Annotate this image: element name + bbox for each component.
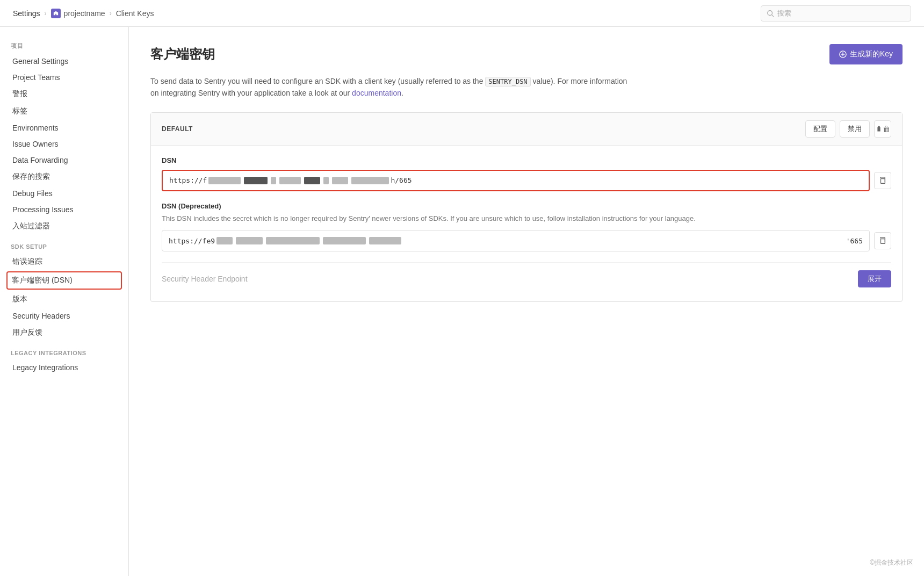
sidebar-item-inbound-filters[interactable]: 入站过滤器 xyxy=(0,218,128,235)
configure-button[interactable]: 配置 xyxy=(805,120,835,138)
dsn-deprecated-field-wrapper: https://fe9 '665 xyxy=(162,230,891,251)
disable-button[interactable]: 禁用 xyxy=(840,120,870,138)
top-nav: Settings › projectname › Client Keys 搜索 xyxy=(0,0,924,27)
copy-dep-icon xyxy=(879,237,886,244)
dsn-redacted-3 xyxy=(271,177,276,184)
copy-icon xyxy=(879,177,886,184)
page-title: 客户端密钥 xyxy=(150,46,215,63)
description-text: To send data to Sentry you will need to … xyxy=(150,75,634,99)
key-card: DEFAULT 配置 禁用 🗑 DSN https://f xyxy=(150,112,903,303)
sidebar-section-project-title: 项目 xyxy=(0,38,128,53)
sep1: › xyxy=(45,10,47,17)
sidebar-item-processing-issues[interactable]: Processing Issues xyxy=(0,201,128,218)
plus-icon xyxy=(839,51,847,58)
dsn-input-highlighted[interactable]: https://f h/665 xyxy=(162,170,870,191)
sidebar-item-legacy-integrations[interactable]: Legacy Integrations xyxy=(0,359,128,376)
project-icon: projectname xyxy=(51,9,105,18)
dsn-dep-r5 xyxy=(369,237,401,244)
dsn-dep-suffix: '665 xyxy=(846,237,863,245)
sidebar: 项目 General Settings Project Teams 警报 标签 … xyxy=(0,27,129,576)
desc-part1: To send data to Sentry you will need to … xyxy=(150,77,485,85)
page-name: Client Keys xyxy=(116,9,154,18)
dsn-redacted-2 xyxy=(244,177,268,184)
search-box[interactable]: 搜索 xyxy=(761,5,911,21)
security-header-label: Security Header Endpoint xyxy=(162,275,858,283)
desc-code: SENTRY_DSN xyxy=(485,77,530,87)
settings-link[interactable]: Settings xyxy=(13,9,40,18)
dsn-label: DSN xyxy=(162,156,891,164)
dsn-dep-prefix: https://fe9 xyxy=(169,237,215,245)
sidebar-item-data-forwarding[interactable]: Data Forwarding xyxy=(0,152,128,168)
desc-end: . xyxy=(401,89,403,97)
sidebar-item-security-headers[interactable]: Security Headers xyxy=(0,308,128,324)
security-header-row: Security Header Endpoint 展开 xyxy=(162,262,891,291)
sidebar-section-sdk-title: SDK SETUP xyxy=(0,235,128,253)
page-header: 客户端密钥 生成新的Key xyxy=(150,44,903,64)
sidebar-item-issue-owners[interactable]: Issue Owners xyxy=(0,136,128,152)
sidebar-item-error-tracking[interactable]: 错误追踪 xyxy=(0,253,128,270)
sidebar-item-releases[interactable]: 版本 xyxy=(0,291,128,308)
dsn-dep-r2 xyxy=(236,237,263,244)
dsn-redacted-6 xyxy=(323,177,329,184)
documentation-link[interactable]: documentation xyxy=(352,89,401,97)
search-placeholder: 搜索 xyxy=(777,9,791,18)
copy-dsn-deprecated-button[interactable] xyxy=(874,232,891,249)
expand-button[interactable]: 展开 xyxy=(858,270,891,287)
sep2: › xyxy=(110,10,112,17)
sidebar-item-project-teams[interactable]: Project Teams xyxy=(0,69,128,85)
sidebar-item-user-feedback[interactable]: 用户反馈 xyxy=(0,324,128,341)
sidebar-section-legacy-title: LEGACY INTEGRATIONS xyxy=(0,341,128,359)
key-card-header: DEFAULT 配置 禁用 🗑 xyxy=(151,113,902,146)
dsn-deprecated-label: DSN (Deprecated) xyxy=(162,202,891,210)
sidebar-item-client-keys[interactable]: 客户端密钥 (DSN) xyxy=(6,271,122,290)
key-card-title: DEFAULT xyxy=(162,125,193,133)
dsn-dep-r4 xyxy=(323,237,366,244)
dsn-dep-r1 xyxy=(216,237,233,244)
sidebar-item-general-settings[interactable]: General Settings xyxy=(0,53,128,69)
sidebar-item-alerts[interactable]: 警报 xyxy=(0,85,128,103)
key-card-body: DSN https://f h/665 xyxy=(151,146,902,302)
dsn-deprecated-input[interactable]: https://fe9 '665 xyxy=(162,230,870,251)
trash-icon xyxy=(875,125,883,133)
dsn-deprecated-desc: This DSN includes the secret which is no… xyxy=(162,213,891,224)
breadcrumb: Settings › projectname › Client Keys xyxy=(13,9,154,18)
search-icon xyxy=(767,10,774,17)
copy-dsn-button[interactable] xyxy=(874,172,891,189)
generate-button-label: 生成新的Key xyxy=(850,49,893,59)
dsn-redacted-5 xyxy=(304,177,320,184)
content-area: 客户端密钥 生成新的Key To send data to Sentry you… xyxy=(129,27,924,576)
generate-key-button[interactable]: 生成新的Key xyxy=(829,44,903,64)
watermark: ©掘金技术社区 xyxy=(870,558,913,567)
dsn-prefix: https://f xyxy=(169,176,207,184)
key-card-actions: 配置 禁用 🗑 xyxy=(805,120,891,138)
svg-point-0 xyxy=(768,10,773,15)
dsn-dep-r3 xyxy=(266,237,320,244)
svg-rect-6 xyxy=(881,239,885,244)
sidebar-item-debug-files[interactable]: Debug Files xyxy=(0,185,128,201)
project-name[interactable]: projectname xyxy=(64,9,105,18)
dsn-field-wrapper: https://f h/665 xyxy=(162,170,891,191)
svg-rect-5 xyxy=(881,178,885,183)
dsn-redacted-7 xyxy=(332,177,348,184)
sidebar-item-saved-searches[interactable]: 保存的搜索 xyxy=(0,168,128,185)
main-layout: 项目 General Settings Project Teams 警报 标签 … xyxy=(0,27,924,576)
sidebar-item-environments[interactable]: Environments xyxy=(0,120,128,136)
dsn-suffix: h/665 xyxy=(391,176,412,184)
project-logo-icon xyxy=(51,9,61,18)
dsn-redacted-8 xyxy=(351,177,389,184)
dsn-redacted-1 xyxy=(208,177,241,184)
delete-button[interactable]: 🗑 xyxy=(874,120,891,138)
dsn-redacted-4 xyxy=(279,177,301,184)
svg-line-1 xyxy=(772,15,774,17)
sidebar-item-tags[interactable]: 标签 xyxy=(0,103,128,120)
